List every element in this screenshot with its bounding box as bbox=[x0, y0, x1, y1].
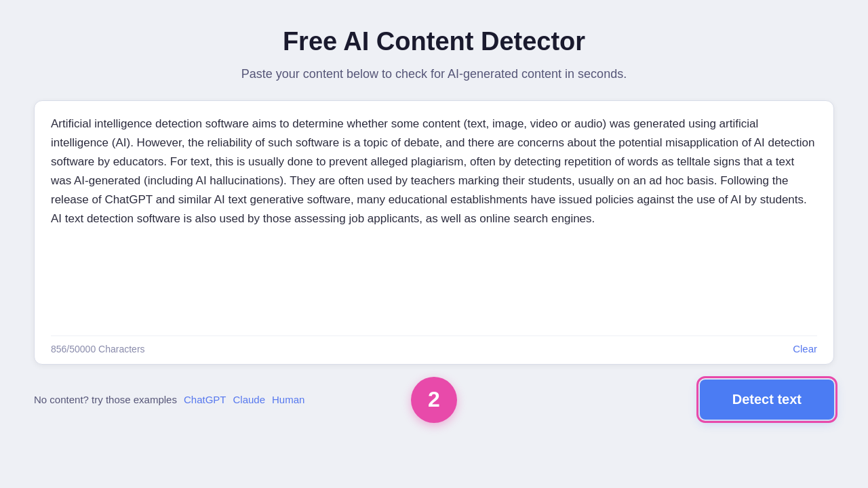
char-count: 856/50000 Characters bbox=[51, 344, 145, 354]
textarea-scroll-area bbox=[51, 115, 817, 327]
page-wrapper: Free AI Content Detector Paste your cont… bbox=[34, 27, 834, 420]
bottom-bar: No content? try those examples ChatGPT C… bbox=[34, 380, 834, 420]
right-section: Detect text bbox=[700, 380, 834, 420]
textarea-footer: 856/50000 Characters Clear bbox=[51, 336, 817, 354]
detect-text-button[interactable]: Detect text bbox=[700, 380, 834, 420]
page-title: Free AI Content Detector bbox=[283, 27, 585, 56]
example-link-chatgpt[interactable]: ChatGPT bbox=[184, 394, 226, 405]
no-content-label: No content? try those examples bbox=[34, 394, 177, 405]
example-link-human[interactable]: Human bbox=[272, 394, 304, 405]
content-box: 856/50000 Characters Clear bbox=[34, 100, 834, 365]
clear-button[interactable]: Clear bbox=[793, 343, 817, 354]
step-badge: 2 bbox=[411, 377, 457, 423]
page-subtitle: Paste your content below to check for AI… bbox=[241, 67, 627, 81]
content-textarea[interactable] bbox=[51, 115, 817, 325]
examples-section: No content? try those examples ChatGPT C… bbox=[34, 394, 304, 405]
example-link-claude[interactable]: Claude bbox=[233, 394, 265, 405]
